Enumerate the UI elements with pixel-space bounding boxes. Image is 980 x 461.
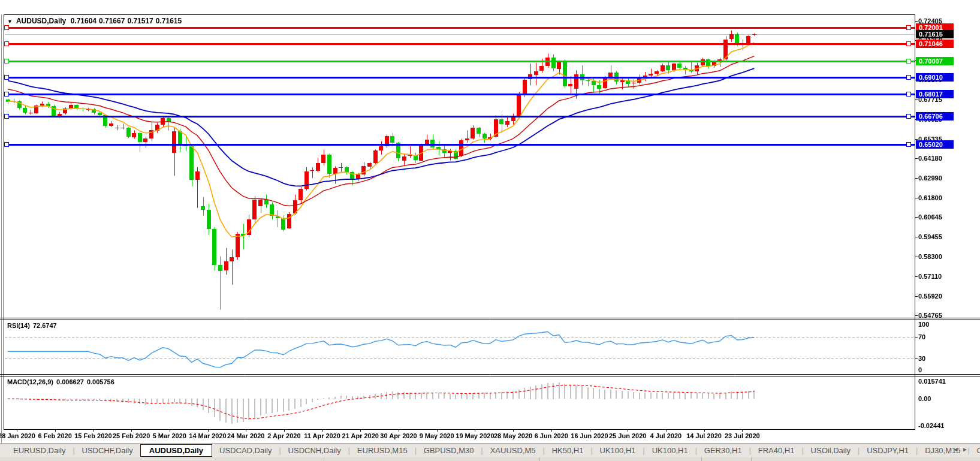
- ohlc-low: 0.71517: [127, 17, 153, 25]
- bottom-strip: [0, 457, 980, 461]
- tab-gbpusd-m30[interactable]: GBPUSD,M30: [417, 444, 481, 457]
- rsi-name: RSI(14): [7, 322, 30, 329]
- time-axis-label: 6 Feb 2020: [38, 432, 72, 439]
- price-line-label[interactable]: 0.65020: [916, 140, 954, 149]
- price-tick-label: 0.55920: [918, 293, 942, 300]
- rsi-axis-label: 30: [918, 355, 925, 363]
- time-axis-label: 11 Apr 2020: [304, 432, 340, 439]
- tab-ger30-h1[interactable]: GER30,H1: [697, 444, 749, 457]
- price-tick-label: 0.61800: [918, 194, 942, 202]
- time-axis-label: 2 Apr 2020: [267, 432, 300, 439]
- time-axis-label: 4 Jul 2020: [650, 432, 682, 439]
- rsi-axis-label: 100: [918, 321, 929, 329]
- tab-uk100-h1[interactable]: UK100,H1: [593, 444, 643, 457]
- ohlc-high: 0.71667: [99, 17, 125, 25]
- tab-usoil-daily[interactable]: USOil,Daily: [804, 444, 858, 457]
- price-line-label[interactable]: 0.68017: [916, 90, 954, 98]
- time-axis-label: 28 Jan 2020: [0, 432, 35, 439]
- time-axis-label: 5 Mar 2020: [153, 432, 186, 439]
- tab-scroll-left-button[interactable]: ◄: [952, 446, 962, 453]
- price-tick-label: 0.60645: [918, 213, 942, 221]
- collapse-chart-icon[interactable]: ▼: [7, 19, 13, 25]
- price-tick-label: 0.57110: [918, 273, 942, 281]
- macd-label: MACD(12,26,9)0.0066270.005756: [7, 378, 117, 385]
- tab-hk50-h1[interactable]: HK50,H1: [545, 444, 591, 457]
- ohlc-close: 0.71615: [156, 17, 182, 25]
- rsi-axis-label: 70: [918, 333, 925, 341]
- time-axis-label: 23 Jul 2020: [725, 432, 760, 439]
- tab-usdjpy-h1[interactable]: USDJPY,H1: [860, 444, 916, 457]
- price-line-label[interactable]: 0.71046: [916, 40, 954, 48]
- time-axis-label: 16 Jun 2020: [571, 432, 608, 439]
- rsi-value: 72.6747: [33, 322, 57, 329]
- time-axis-label: 25 Feb 2020: [113, 432, 150, 439]
- tab-scroll-arrows: ◄►: [952, 446, 972, 453]
- tab-eurusd-m15[interactable]: EURUSD,M15: [350, 444, 415, 457]
- price-line-label[interactable]: 0.66706: [916, 112, 954, 120]
- macd-name: MACD(12,26,9): [7, 378, 53, 385]
- tab-scroll-right-button[interactable]: ►: [962, 446, 972, 453]
- chart-title: ▼AUDUSD,Daily 0.716040.716670.715170.716…: [7, 17, 184, 25]
- tab-usdchf-daily[interactable]: USDCHF,Daily: [75, 444, 140, 457]
- strip-divider: [701, 457, 702, 461]
- rsi-axis-label: 0: [918, 366, 922, 374]
- price-tick-label: 0.59455: [918, 233, 942, 241]
- macd-signal-value: 0.005756: [87, 378, 114, 385]
- current-price-label: 0.71615: [916, 30, 954, 38]
- time-axis-label: 21 Apr 2020: [342, 432, 379, 439]
- tab-eurusd-daily[interactable]: EURUSD,Daily: [6, 444, 73, 457]
- tab-uk100-h1[interactable]: UK100,H1: [645, 444, 695, 457]
- time-axis-label: 28 May 2020: [494, 432, 532, 439]
- tab-xauusd-m5[interactable]: XAUUSD,M5: [483, 444, 543, 457]
- macd-main-value: 0.006627: [56, 378, 84, 385]
- time-axis-label: 9 May 2020: [420, 432, 454, 439]
- time-axis-label: 14 Mar 2020: [189, 432, 226, 439]
- tab-fra40-h1[interactable]: FRA40,H1: [751, 444, 802, 457]
- price-tick-label: 0.64180: [918, 155, 942, 162]
- tab-usdcnh-daily[interactable]: USDCNH,Daily: [281, 444, 348, 457]
- time-axis-label: 14 Jul 2020: [686, 432, 722, 439]
- price-line-label[interactable]: 0.70007: [916, 57, 954, 65]
- time-axis-label: 30 Apr 2020: [380, 432, 417, 439]
- tab-usdcad-daily[interactable]: USDCAD,Daily: [212, 444, 279, 457]
- time-axis-label: 15 Feb 2020: [74, 432, 111, 439]
- chart-symbol-period: AUDUSD,Daily: [16, 17, 66, 25]
- tab-audusd-daily[interactable]: AUDUSD,Daily: [140, 444, 212, 457]
- macd-axis-label: -0.02441: [918, 422, 944, 430]
- time-axis-label: 6 Jun 2020: [535, 432, 568, 439]
- chart-canvas[interactable]: [0, 0, 980, 461]
- price-tick-label: 0.58300: [918, 253, 942, 261]
- time-axis-label: 25 Jun 2020: [609, 432, 646, 439]
- strip-divider: [324, 457, 324, 461]
- price-line-label[interactable]: 0.69010: [916, 73, 954, 82]
- macd-axis-label: 0.00: [918, 395, 931, 403]
- strip-divider: [751, 457, 752, 461]
- time-axis-label: 19 May 2020: [456, 432, 494, 439]
- price-tick-label: 0.54765: [918, 312, 942, 320]
- ohlc-open: 0.71604: [71, 17, 97, 25]
- time-axis-label: 24 Mar 2020: [227, 432, 264, 439]
- symbol-tab-bar: EURUSD,Daily|USDCHF,DailyAUDUSD,DailyUSD…: [0, 443, 980, 457]
- rsi-label: RSI(14)72.6747: [7, 322, 60, 329]
- macd-axis-label: 0.015741: [918, 378, 946, 385]
- trading-platform-window: ▼ M1M5M15M30H1H4D1W1MN ▼AUDUSD,Daily 0.7…: [0, 0, 980, 461]
- price-tick-label: 0.62990: [918, 174, 942, 182]
- strip-divider: [539, 457, 540, 461]
